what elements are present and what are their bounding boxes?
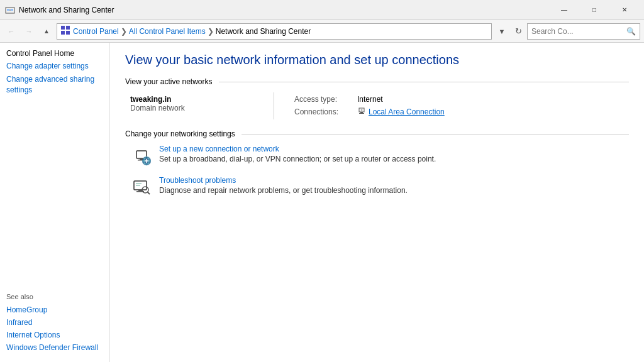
new-connection-item: Set up a new connection or network Set u… <box>130 145 629 167</box>
close-button[interactable]: ✕ <box>610 1 639 19</box>
sidebar-change-advanced[interactable]: Change advanced sharing settings <box>6 74 103 96</box>
window-title: Network and Sharing Center <box>19 6 550 14</box>
network-vertical-divider <box>274 92 274 119</box>
access-type-value: Internet <box>357 95 383 104</box>
breadcrumb-sep-1: ❯ <box>121 27 127 36</box>
connection-icon <box>357 106 366 117</box>
networking-settings-header: Change your networking settings <box>125 129 629 138</box>
search-box[interactable]: 🔍 <box>527 23 640 40</box>
back-button[interactable]: ← <box>4 24 19 39</box>
new-connection-link[interactable]: Set up a new connection or network <box>159 145 436 153</box>
new-connection-desc: Set up a broadband, dial-up, or VPN conn… <box>159 155 436 163</box>
access-type-label: Access type: <box>294 95 357 104</box>
svg-rect-1 <box>7 9 9 11</box>
sidebar-control-panel-home[interactable]: Control Panel Home <box>6 49 103 58</box>
page-title: View your basic network information and … <box>125 53 629 67</box>
svg-point-11 <box>361 109 363 111</box>
see-also-homegroup[interactable]: HomeGroup <box>6 305 103 314</box>
connections-label: Connections: <box>294 107 357 116</box>
svg-line-28 <box>148 192 150 195</box>
sidebar-change-adapter[interactable]: Change adapter settings <box>6 62 103 70</box>
svg-rect-23 <box>138 190 142 191</box>
search-icon: 🔍 <box>626 27 636 36</box>
title-bar: Network and Sharing Center — □ ✕ <box>0 0 644 20</box>
svg-rect-7 <box>66 31 70 35</box>
address-right-controls: ▼ ↻ 🔍 <box>494 23 640 40</box>
networking-settings-divider <box>242 134 629 134</box>
networking-settings-label: Change your networking settings <box>125 129 235 138</box>
new-connection-icon <box>130 145 153 167</box>
network-info-row: tweaking.in Domain network Access type: … <box>125 92 629 119</box>
see-also-infrared[interactable]: Infrared <box>6 318 103 327</box>
dropdown-button[interactable]: ▼ <box>494 24 509 39</box>
network-right: Access type: Internet Connections: Local… <box>284 92 455 119</box>
see-also-windows-defender[interactable]: Windows Defender Firewall <box>6 343 103 352</box>
new-connection-text: Set up a new connection or network Set u… <box>159 145 436 163</box>
maximize-button[interactable]: □ <box>580 1 609 19</box>
breadcrumb-part-1[interactable]: Control Panel <box>73 27 119 36</box>
refresh-button[interactable]: ↻ <box>511 24 526 39</box>
breadcrumb-sep-2: ❯ <box>208 27 214 36</box>
window-controls: — □ ✕ <box>550 1 639 19</box>
svg-rect-10 <box>359 113 364 114</box>
troubleshoot-link[interactable]: Troubleshoot problems <box>159 176 408 185</box>
see-also-internet-options[interactable]: Internet Options <box>6 331 103 339</box>
troubleshoot-text: Troubleshoot problems Diagnose and repai… <box>159 176 408 195</box>
svg-rect-6 <box>61 31 65 35</box>
network-type: Domain network <box>130 104 258 112</box>
active-networks-label: View your active networks <box>125 77 213 86</box>
troubleshoot-item: Troubleshoot problems Diagnose and repai… <box>130 176 629 199</box>
app-icon <box>5 5 15 15</box>
sidebar: Control Panel Home Change adapter settin… <box>0 43 110 362</box>
network-name: tweaking.in <box>130 95 258 104</box>
breadcrumb-part-2[interactable]: All Control Panel Items <box>129 27 206 36</box>
troubleshoot-desc: Diagnose and repair network problems, or… <box>159 186 408 195</box>
active-networks-divider <box>219 82 629 82</box>
svg-rect-2 <box>11 9 13 11</box>
forward-button[interactable]: → <box>21 24 36 39</box>
up-button[interactable]: ▲ <box>39 24 54 39</box>
see-also-title: See also <box>6 293 103 300</box>
network-left: tweaking.in Domain network <box>125 92 264 119</box>
address-bar: ← → ▲ Control Panel ❯ All Control Panel … <box>0 20 644 43</box>
troubleshoot-icon <box>130 176 153 199</box>
svg-rect-9 <box>360 112 363 113</box>
minimize-button[interactable]: — <box>550 1 579 19</box>
breadcrumb-icon <box>61 26 70 36</box>
main-layout: Control Panel Home Change adapter settin… <box>0 43 644 362</box>
active-networks-header: View your active networks <box>125 77 629 86</box>
svg-rect-4 <box>61 26 65 30</box>
search-input[interactable] <box>531 27 626 36</box>
see-also-section: See also HomeGroup Infrared Internet Opt… <box>6 287 103 356</box>
svg-rect-5 <box>66 26 70 30</box>
content-area: View your basic network information and … <box>110 43 644 362</box>
breadcrumb[interactable]: Control Panel ❯ All Control Panel Items … <box>57 23 492 40</box>
connection-link[interactable]: Local Area Connection <box>369 107 445 116</box>
breadcrumb-part-3: Network and Sharing Center <box>216 27 311 36</box>
